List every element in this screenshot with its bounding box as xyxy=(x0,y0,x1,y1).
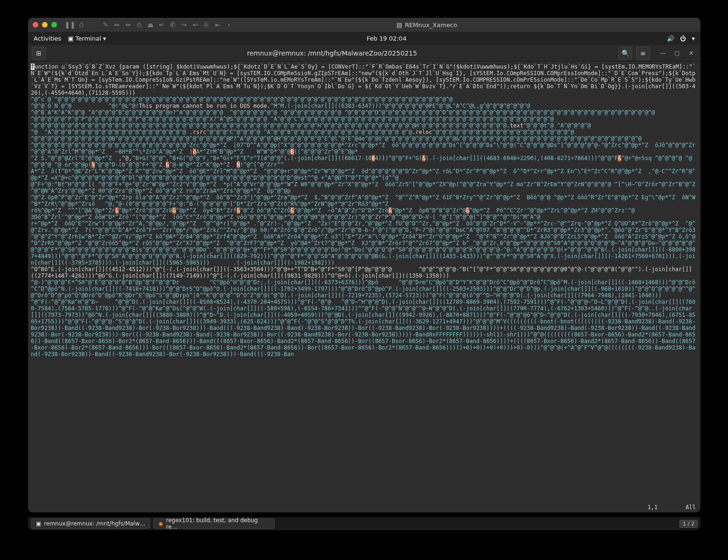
cursor-position: 1,1 xyxy=(648,504,658,511)
terminal-viewport[interactable]: function u`Ssy3`G`B`Z`Xvz {param ([strin… xyxy=(28,62,700,512)
terminal-icon: ▣ xyxy=(68,35,73,42)
tool-icon-5[interactable]: ⏏ xyxy=(147,21,154,28)
tool-icon-11[interactable]: ⇤ xyxy=(214,21,221,28)
workspace-indicator[interactable]: 1 / 2 xyxy=(679,520,698,528)
bottom-taskbar: ▣ remnux@remnux: /mnt/hgfs/Malw… ◉ regex… xyxy=(28,517,700,530)
vim-status-line: 1,1 All xyxy=(648,504,696,511)
activities-button[interactable]: Activities xyxy=(34,35,61,42)
taskbar-item-label: regex101: build, test, and debug re… xyxy=(166,517,269,530)
taskbar-item-terminal[interactable]: ▣ remnux@remnux: /mnt/hgfs/Malw… xyxy=(31,518,150,529)
tool-icon-2[interactable]: ⇔ xyxy=(113,21,120,28)
close-window-button[interactable] xyxy=(33,22,38,28)
tool-icon-3[interactable]: ⇔ xyxy=(124,21,132,28)
new-tab-button[interactable]: ⊞ xyxy=(32,47,46,60)
snapshot-icon[interactable]: ⎙ xyxy=(78,21,85,28)
minimize-button[interactable]: — xyxy=(657,48,669,58)
tool-icon-8[interactable]: ↪ xyxy=(180,21,188,28)
minimize-window-button[interactable] xyxy=(42,22,48,28)
tool-icon-4[interactable]: ⎙ xyxy=(135,21,143,28)
terminal-headerbar: ⊞ remnux@remnux: /mnt/hgfs/MalwareZoo/20… xyxy=(28,45,700,62)
firefox-icon: ◉ xyxy=(158,520,163,527)
tool-icon-6[interactable]: ↵ xyxy=(158,21,165,28)
traffic-lights xyxy=(33,22,57,28)
clock[interactable]: Feb 19 02:04 xyxy=(106,35,667,42)
tool-icon-7[interactable]: ✆ xyxy=(169,21,177,28)
terminal-icon: ▣ xyxy=(36,520,41,527)
power-icon[interactable]: ⏻ xyxy=(680,35,686,42)
search-button[interactable]: 🔍 xyxy=(618,47,632,60)
search-icon: 🔍 xyxy=(622,49,629,57)
pause-icon[interactable]: ❚❚ xyxy=(66,21,74,28)
scroll-indicator: All xyxy=(686,504,696,511)
tool-icon-9[interactable]: ↩ xyxy=(191,21,199,28)
tool-icon-1[interactable]: ✎ xyxy=(102,21,109,28)
chevron-down-icon[interactable]: ▾ xyxy=(692,35,695,42)
maximize-button[interactable]: ▢ xyxy=(671,48,683,58)
terminal-title: remnux@remnux: /mnt/hgfs/MalwareZoo/2025… xyxy=(49,49,615,57)
hamburger-menu-button[interactable]: ≡ xyxy=(636,47,650,60)
zoom-window-button[interactable] xyxy=(51,22,57,28)
menu-icon: ≡ xyxy=(640,49,646,57)
host-tab-label: REMnux_Xameco xyxy=(405,21,457,28)
chevron-left-icon[interactable]: ‹ xyxy=(225,21,233,28)
host-tab-title: ▤ REMnux_Xameco xyxy=(236,21,617,28)
host-window-chrome: ❚❚ ⎙ ✎ ⇔ ⇔ ⎙ ⏏ ↵ ✆ ↪ ↩ ⎘ ⇤ ‹ ▤ REMnux_Xa… xyxy=(28,18,700,32)
volume-icon[interactable]: 🔊 xyxy=(667,35,674,42)
close-button[interactable]: ✕ xyxy=(686,48,697,58)
taskbar-item-firefox[interactable]: ◉ regex101: build, test, and debug re… xyxy=(153,518,275,529)
tool-icon-10[interactable]: ⎘ xyxy=(203,21,210,28)
taskbar-item-label: remnux@remnux: /mnt/hgfs/Malw… xyxy=(44,520,145,527)
terminal-app-menu[interactable]: ▣ Terminal ▾ xyxy=(68,35,106,42)
file-icon: ▤ xyxy=(396,21,402,28)
gnome-top-bar: Activities ▣ Terminal ▾ Feb 19 02:04 🔊 ⏻… xyxy=(28,32,700,45)
terminal-app-label: Terminal xyxy=(76,35,101,42)
